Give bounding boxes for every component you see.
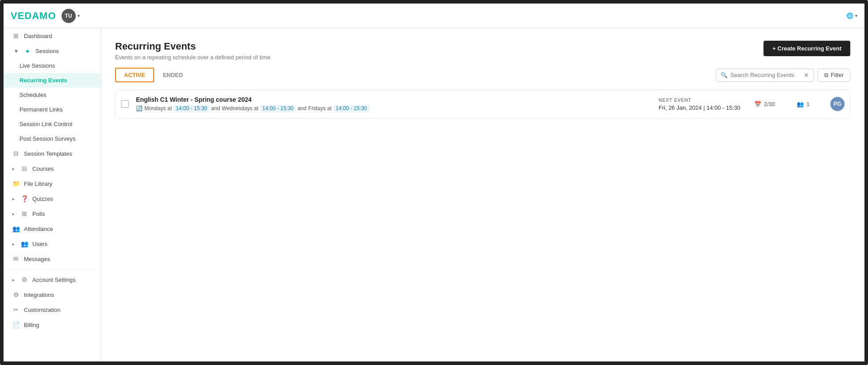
sidebar-item-permanent-links[interactable]: Permanent Links [4,102,101,117]
sidebar-item-messages[interactable]: ✉ Messages [4,251,101,266]
sidebar-item-polls[interactable]: ▸ ⊞ Polls [4,206,101,221]
event-list: English C1 Winter - Spring course 2024 🔄… [101,89,864,122]
tab-active[interactable]: ACTIVE [115,68,154,82]
sidebar-label-session-link-control: Session Link Control [19,121,72,127]
session-templates-icon: ⊟ [12,150,19,157]
sidebar-item-customization[interactable]: ✂ Customization [4,302,101,317]
messages-icon: ✉ [12,255,19,262]
tab-ended[interactable]: ENDED [154,68,192,82]
tabs-group: ACTIVE ENDED [115,68,192,82]
globe-icon: 🌐 [846,12,853,19]
sidebar-label-users: Users [32,241,47,247]
sidebar-label-billing: Billing [24,322,39,328]
polls-expand-icon: ▸ [12,211,15,216]
sessions-expand-icon: ▾ [12,47,19,54]
nav-left: VEDAMO TU ▾ [11,9,80,23]
sidebar-item-account-settings[interactable]: ▸ ⚙ Account Settings [4,272,101,287]
sidebar-label-attendance: Attendance [24,226,53,232]
schedule-time-1: 14:00 - 15:30 [174,105,209,112]
billing-icon: 📄 [12,321,19,328]
next-event-label: NEXT EVENT [659,97,747,103]
tabs-search-bar: ACTIVE ENDED 🔍 ✕ ⧉ Filter [101,68,864,89]
user-menu[interactable]: TU ▾ [62,9,80,23]
sidebar-item-users[interactable]: ▸ 👥 Users [4,236,101,251]
customization-icon: ✂ [12,306,19,313]
page-title-group: Recurring Events Events on a repeating s… [115,41,271,61]
users-icon: 👥 [21,240,28,247]
calendar-icon: 📅 [754,101,761,108]
event-participants: 👥 1 [797,101,823,108]
sidebar-label-sessions: Sessions [35,48,59,54]
account-settings-icon: ⚙ [21,276,28,283]
attendance-icon: 👥 [12,225,19,232]
search-box: 🔍 ✕ [716,69,814,82]
schedule-time-3: 14:00 - 15:30 [333,105,369,112]
sidebar-label-post-session-surveys: Post Session Surveys [19,135,75,142]
user-avatar[interactable]: TU [62,9,76,23]
users-expand-icon: ▸ [12,242,15,246]
sidebar-item-session-templates[interactable]: ⊟ Session Templates [4,146,101,161]
page-header: Recurring Events Events on a repeating s… [101,28,864,68]
filter-button[interactable]: ⧉ Filter [818,69,850,82]
filter-button-label: Filter [831,72,844,78]
search-clear-icon[interactable]: ✕ [804,72,809,79]
sidebar-item-session-link-control[interactable]: Session Link Control [4,117,101,131]
sidebar-item-sessions[interactable]: ▾ ● Sessions [4,43,101,58]
sidebar-label-integrations: Integrations [24,292,54,298]
logo: VEDAMO [11,10,56,22]
quizzes-icon: ❓ [21,195,28,202]
filter-icon: ⧉ [824,72,828,79]
sidebar-label-account-settings: Account Settings [32,277,76,283]
sidebar-label-session-templates: Session Templates [24,150,72,157]
sidebar-item-attendance[interactable]: 👥 Attendance [4,221,101,236]
sidebar-item-live-sessions[interactable]: Live Sessions [4,58,101,73]
search-filter-group: 🔍 ✕ ⧉ Filter [716,69,850,82]
sidebar-label-schedules: Schedules [19,92,46,98]
courses-icon: ⊟ [21,165,28,172]
sidebar-label-polls: Polls [32,211,45,217]
sidebar-item-quizzes[interactable]: ▸ ❓ Quizzes [4,191,101,206]
host-avatar[interactable]: PG [830,97,845,111]
app-wrapper: VEDAMO TU ▾ 🌐 ▾ ⊞ Dashboard ▾ ● Sessions [0,0,868,365]
event-name: English C1 Winter - Spring course 2024 [136,96,651,103]
schedule-day-1: Mondays at [144,105,172,111]
main-layout: ⊞ Dashboard ▾ ● Sessions Live Sessions R… [4,28,864,361]
main-content: Recurring Events Events on a repeating s… [101,28,864,361]
session-count-value: 2/30 [764,101,775,108]
top-nav: VEDAMO TU ▾ 🌐 ▾ [4,4,864,28]
page-title: Recurring Events [115,41,271,52]
sidebar-item-courses[interactable]: ▸ ⊟ Courses [4,161,101,176]
search-icon: 🔍 [721,72,728,78]
recurring-icon: 🔄 [136,105,143,111]
event-next: NEXT EVENT Fri, 26 Jan, 2024 | 14:00 - 1… [659,97,747,111]
sidebar-label-recurring-events: Recurring Events [19,77,67,84]
dashboard-icon: ⊞ [12,32,19,39]
sidebar-item-recurring-events[interactable]: Recurring Events [4,73,101,88]
sidebar-item-billing[interactable]: 📄 Billing [4,317,101,332]
language-selector[interactable]: 🌐 ▾ [846,12,857,19]
event-checkbox[interactable] [121,100,129,108]
schedule-day-2: Wednesdays at [222,105,259,111]
quizzes-expand-icon: ▸ [12,196,15,201]
sidebar-label-dashboard: Dashboard [24,33,52,39]
sidebar-label-file-library: File Library [24,181,52,187]
sidebar-item-schedules[interactable]: Schedules [4,88,101,102]
courses-expand-icon: ▸ [12,166,15,171]
sidebar: ⊞ Dashboard ▾ ● Sessions Live Sessions R… [4,28,101,361]
sidebar-label-live-sessions: Live Sessions [19,62,55,69]
tab-active-label: ACTIVE [124,72,145,78]
tab-ended-label: ENDED [163,72,183,78]
sidebar-item-integrations[interactable]: ⚙ Integrations [4,287,101,302]
sidebar-item-file-library[interactable]: 📁 File Library [4,176,101,191]
search-input[interactable] [730,72,801,78]
event-session-count: 📅 2/30 [754,101,790,108]
avatar-chevron-icon: ▾ [78,13,80,18]
sessions-icon: ● [24,47,31,54]
sidebar-label-courses: Courses [32,165,54,172]
sidebar-item-post-session-surveys[interactable]: Post Session Surveys [4,131,101,146]
create-recurring-event-button[interactable]: + Create Recurring Event [763,41,850,56]
participants-value: 1 [806,101,810,108]
sidebar-item-dashboard[interactable]: ⊞ Dashboard [4,28,101,43]
table-row: English C1 Winter - Spring course 2024 🔄… [115,89,850,119]
schedule-connector-2: and [298,105,306,111]
